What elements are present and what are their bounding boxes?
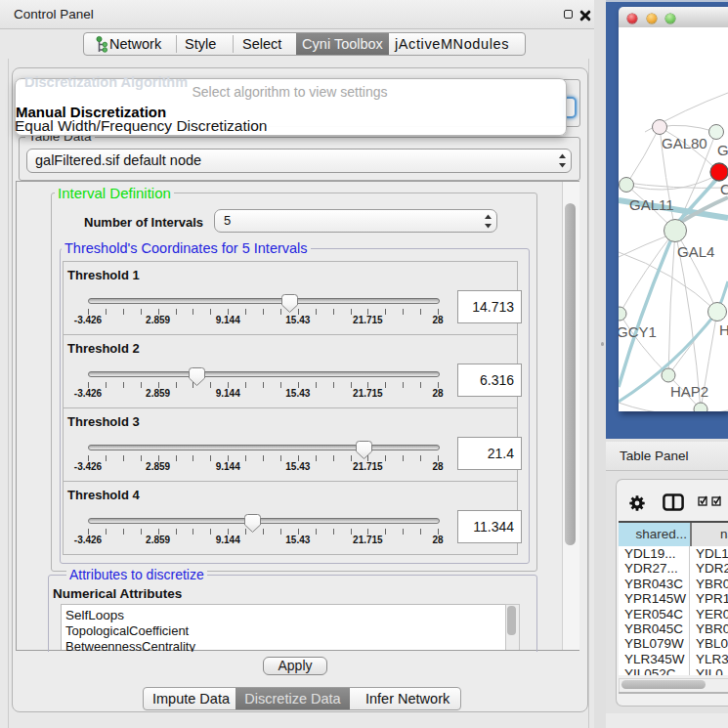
svg-text:GAL11: GAL11: [629, 196, 674, 213]
svg-text:H: H: [719, 321, 728, 338]
svg-text:HAP2: HAP2: [670, 383, 708, 400]
svg-text:GAL4: GAL4: [677, 243, 714, 260]
svg-text:GAL80: GAL80: [662, 135, 707, 151]
svg-text:C: C: [720, 181, 728, 197]
svg-text:GCY1: GCY1: [619, 323, 657, 340]
svg-text:G.: G.: [717, 142, 728, 158]
